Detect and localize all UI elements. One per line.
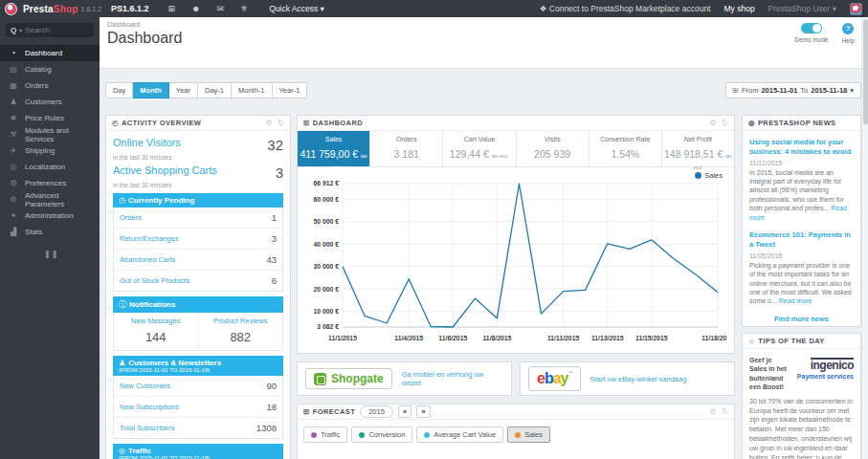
period-month-1-button[interactable]: Month-1 — [232, 82, 273, 98]
my-shop-link[interactable]: My shop — [723, 4, 754, 13]
collapse-menu-icon[interactable]: ❚❚ — [44, 250, 100, 258]
row-link[interactable]: Total Subscribers — [120, 424, 175, 432]
forecast-legend-conversion[interactable]: Conversion — [351, 426, 412, 443]
cell-link[interactable]: New Messages — [116, 317, 196, 325]
kpi-value: 3 181 — [394, 148, 419, 160]
quick-access-menu[interactable]: Quick Access ▾ — [269, 4, 324, 13]
sidebar-search[interactable]: Q ▾ — [6, 23, 94, 37]
forecast-legend-traffic[interactable]: Traffic — [303, 426, 347, 443]
sidebar-item-label: Advanced Parameters — [25, 191, 100, 208]
brand-version: 1.6.1.2 — [81, 6, 101, 12]
row-link[interactable]: Return/Exchanges — [120, 234, 179, 243]
breadcrumb[interactable]: Dashboard — [107, 21, 140, 28]
sidebar-item-preferences[interactable]: ⚙Preferences — [0, 175, 100, 191]
trophy-icon[interactable]: ⚜ — [240, 4, 248, 13]
kpi-cart-value[interactable]: Cart Value129,44 € tax excl. — [442, 131, 515, 166]
scrollbar[interactable] — [861, 17, 868, 459]
row-link[interactable]: New Subscriptions — [120, 403, 179, 411]
kpi-net-profit[interactable]: Net Profit148 918,51 € tax excl. — [661, 131, 734, 166]
row-value: 90 — [266, 381, 277, 391]
date-range-button[interactable]: ⊞ From 2015-11-01 To 2015-11-18 ▾ — [725, 82, 861, 98]
brand-wordmark: PrestaShop — [23, 4, 78, 14]
scrollbar-thumb[interactable] — [863, 19, 868, 124]
row-link[interactable]: Orders — [120, 213, 142, 222]
kpi-visits[interactable]: Visits205 939 — [516, 131, 589, 166]
sidebar-item-catalog[interactable]: ▤Catalog — [0, 61, 100, 77]
section-title: Currently Pending — [128, 196, 194, 205]
kpi-conversion-rate[interactable]: Conversion Rate1.54% — [589, 131, 661, 166]
svg-text:40 000 €: 40 000 € — [314, 241, 340, 248]
shopgate-logo: Shopgate — [305, 368, 392, 389]
sidebar-item-customers[interactable]: ♟Customers — [0, 94, 100, 110]
help-button[interactable]: ? — [842, 23, 854, 34]
row-link[interactable]: Abandoned Carts — [120, 255, 175, 264]
user-avatar[interactable] — [850, 3, 862, 15]
find-more-news-link[interactable]: Find more news — [749, 315, 854, 323]
messages-icon[interactable]: ✉ — [217, 4, 225, 13]
demo-mode-toggle[interactable] — [801, 23, 822, 33]
sales-chart: Sales 66 912 €60 000 €50 000 €40 000 €30… — [298, 167, 734, 352]
cell-link[interactable]: Product Reviews — [201, 317, 281, 325]
sidebar-item-administration[interactable]: ✦Administration — [0, 208, 100, 224]
refresh-icon[interactable]: ↻ — [278, 119, 284, 127]
sidebar-item-localization[interactable]: ◎Localization — [0, 159, 100, 175]
kpi-sales[interactable]: Sales411 759,00 € tax excl. — [298, 131, 369, 166]
refresh-icon[interactable]: ↻ — [722, 407, 728, 416]
shopgate-link[interactable]: Ga mobiel en verhoog uw omzet — [402, 370, 503, 387]
cart-icon[interactable]: ⊞ — [168, 4, 176, 13]
period-year-button[interactable]: Year — [169, 82, 198, 98]
chart-legend[interactable]: Sales — [695, 171, 723, 180]
sidebar-item-price-rules[interactable]: ❖Price Rules — [0, 110, 100, 126]
online-visitors-link[interactable]: Online Visitors — [113, 137, 181, 148]
period-day-1-button[interactable]: Day-1 — [198, 82, 232, 98]
row-link[interactable]: New Customers — [120, 382, 170, 390]
marketplace-icon: ❖ — [540, 4, 547, 13]
sidebar-item-modules-and-services[interactable]: ⚒Modules and Services — [0, 126, 100, 142]
period-year-1-button[interactable]: Year-1 — [273, 82, 308, 98]
refresh-icon[interactable]: ↻ — [722, 119, 728, 127]
chevron-down-icon: ▾ — [19, 27, 22, 33]
gear-icon[interactable]: ⚙ — [709, 119, 716, 127]
rss-icon: ◍ — [748, 119, 755, 127]
person-icon: ♟ — [119, 359, 125, 367]
period-day-button[interactable]: Day — [105, 82, 133, 98]
ebay-link[interactable]: Start uw eBay-winkel vandaag — [590, 375, 687, 383]
svg-text:20 000 €: 20 000 € — [314, 286, 340, 293]
forecast-legend-average-cart-value[interactable]: Average Cart Value — [416, 426, 503, 443]
active-carts-link[interactable]: Active Shopping Carts — [113, 164, 217, 176]
forecast-legend-sales[interactable]: Sales — [507, 426, 550, 443]
connect-marketplace-link[interactable]: ❖ Connect to PrestaShop Marketplace acco… — [540, 4, 711, 13]
panel-title: ACTIVITY OVERVIEW — [122, 119, 201, 127]
sidebar-item-dashboard[interactable]: ◔Dashboard — [0, 45, 100, 61]
previous-year-button[interactable]: « — [398, 405, 412, 418]
demo-mode-label: Demo mode — [794, 36, 828, 43]
panel-title: TIPS OF THE DAY — [758, 337, 824, 345]
connect-marketplace-label: Connect to PrestaShop Marketplace accoun… — [549, 4, 711, 13]
period-month-button[interactable]: Month — [133, 82, 169, 98]
modules-icon: ⚒ — [9, 130, 18, 139]
kpi-orders[interactable]: Orders3 181 — [369, 131, 442, 166]
ebay-letter: b — [545, 370, 553, 386]
read-more-link[interactable]: Read more — [779, 297, 812, 304]
sidebar-item-advanced-parameters[interactable]: ⚙Advanced Parameters — [0, 191, 100, 208]
sidebar-item-shipping[interactable]: ✈Shipping — [0, 142, 100, 159]
profile-icon[interactable]: ☻ — [191, 4, 200, 13]
news-title-link[interactable]: Using social media for your business: 4 … — [749, 138, 854, 157]
tip-headline: Geef je Sales in het buitenland een Boos… — [749, 356, 787, 392]
help-control: ? Help — [842, 23, 855, 44]
sidebar-item-orders[interactable]: ▦Orders — [0, 77, 100, 94]
sidebar-item-label: Localization — [25, 163, 65, 171]
sidebar-item-label: Price Rules — [25, 114, 64, 122]
gear-icon[interactable]: ⚙ — [265, 119, 272, 127]
gear-icon[interactable]: ⚙ — [709, 407, 716, 416]
search-input[interactable] — [25, 26, 82, 34]
sidebar-item-stats[interactable]: ▟Stats — [0, 224, 100, 240]
svg-text:11/18/2015: 11/18/2015 — [701, 335, 727, 341]
next-year-button[interactable]: » — [416, 405, 430, 418]
news-title-link[interactable]: Ecommerce 101: Payments in a Tweet — [749, 230, 854, 250]
user-menu[interactable]: PrestaShop User ▾ — [768, 4, 836, 13]
row-link[interactable]: Out of Stock Products — [120, 276, 189, 285]
shop-name[interactable]: PS1.6.1.2 — [111, 4, 149, 13]
online-visitors-value: 32 — [267, 137, 283, 153]
forecast-panel: ⊞FORECAST 2015 « » ⚙↻ Traffic Conversion… — [297, 404, 735, 459]
